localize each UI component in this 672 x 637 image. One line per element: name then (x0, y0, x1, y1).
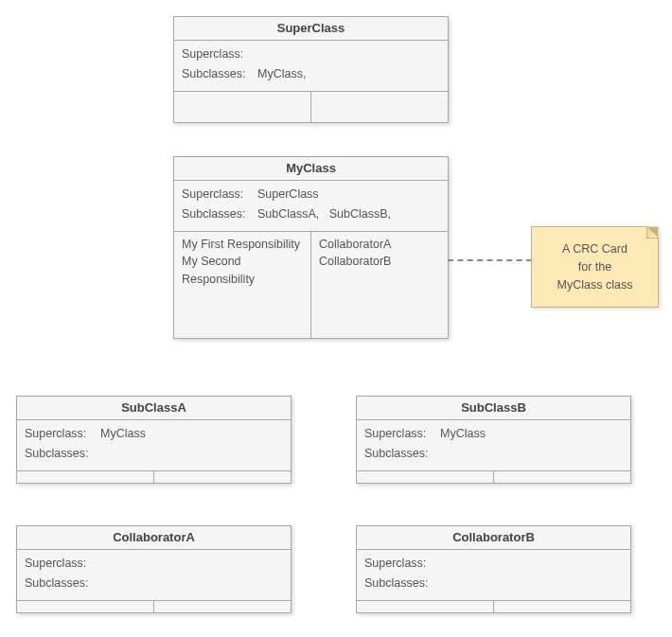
subclasses-label: Subclasses: (364, 574, 440, 593)
note-line: MyClass class (541, 276, 648, 294)
subclasses-label: Subclasses: (182, 64, 257, 84)
crc-card-subclassa: SubClassA Superclass: MyClass Subclasses… (16, 396, 292, 484)
collaborators-cell (494, 601, 630, 613)
responsibilities-cell (174, 92, 311, 123)
card-meta: Superclass: Subclasses: (357, 550, 630, 601)
card-title: SuperClass (174, 17, 448, 41)
superclass-value: MyClass (100, 424, 283, 444)
collaborators-cell (311, 92, 448, 123)
subclasses-value: SubClassA, SubClassB, (257, 204, 440, 224)
subclasses-label: Subclasses: (25, 574, 100, 593)
superclass-label: Superclass: (25, 424, 100, 444)
card-title: MyClass (174, 157, 448, 181)
subclasses-label: Subclasses: (182, 204, 257, 224)
collaborators-cell: CollaboratorA CollaboratorB (311, 232, 448, 339)
card-meta: Superclass: MyClass Subclasses: (357, 420, 630, 471)
responsibility-item: My Second Responsibility (182, 253, 303, 289)
collaborator-item: CollaboratorB (319, 253, 440, 271)
superclass-value: MyClass (440, 424, 623, 444)
subclasses-value (440, 574, 623, 593)
responsibilities-cell (17, 601, 154, 613)
crc-card-subclassb: SubClassB Superclass: MyClass Subclasses… (356, 396, 631, 484)
card-meta: Superclass: Subclasses: (17, 550, 291, 601)
collaborators-cell (154, 601, 291, 613)
note-line: for the (541, 258, 648, 276)
crc-card-myclass: MyClass Superclass: SuperClass Subclasse… (173, 156, 449, 339)
note-annotation: A CRC Card for the MyClass class (531, 226, 659, 308)
subclasses-label: Subclasses: (25, 444, 100, 464)
subclasses-label: Subclasses: (364, 444, 440, 464)
superclass-label: Superclass: (364, 424, 440, 444)
superclass-label: Superclass: (364, 554, 440, 574)
card-meta: Superclass: Subclasses: MyClass, (174, 41, 448, 92)
subclasses-value (440, 444, 623, 464)
responsibilities-cell: My First Responsibility My Second Respon… (174, 232, 311, 339)
collaborators-cell (154, 471, 291, 484)
superclass-label: Superclass: (182, 44, 257, 64)
note-fold-icon (646, 227, 658, 239)
crc-card-collaboratora: CollaboratorA Superclass: Subclasses: (16, 525, 292, 613)
card-meta: Superclass: MyClass Subclasses: (17, 420, 291, 471)
responsibility-item: My First Responsibility (182, 236, 303, 254)
collaborators-cell (494, 471, 630, 484)
responsibilities-cell (357, 601, 494, 613)
superclass-value (100, 554, 283, 574)
superclass-label: Superclass: (182, 185, 257, 204)
subclasses-value (100, 444, 283, 464)
superclass-value (257, 44, 440, 64)
subclasses-value (100, 574, 283, 593)
superclass-label: Superclass: (25, 554, 100, 574)
responsibilities-cell (357, 471, 494, 484)
crc-card-collaboratorb: CollaboratorB Superclass: Subclasses: (356, 525, 631, 613)
subclasses-value: MyClass, (257, 64, 440, 84)
card-meta: Superclass: SuperClass Subclasses: SubCl… (174, 181, 448, 232)
superclass-value (440, 554, 623, 574)
note-connector (448, 259, 532, 261)
crc-card-superclass: SuperClass Superclass: Subclasses: MyCla… (173, 16, 449, 123)
collaborator-item: CollaboratorA (319, 236, 440, 254)
note-line: A CRC Card (541, 240, 648, 258)
responsibilities-cell (17, 471, 154, 484)
card-title: SubClassA (17, 397, 291, 420)
superclass-value: SuperClass (257, 185, 440, 204)
card-title: CollaboratorB (357, 526, 630, 550)
card-title: CollaboratorA (17, 526, 291, 550)
card-title: SubClassB (357, 397, 630, 420)
